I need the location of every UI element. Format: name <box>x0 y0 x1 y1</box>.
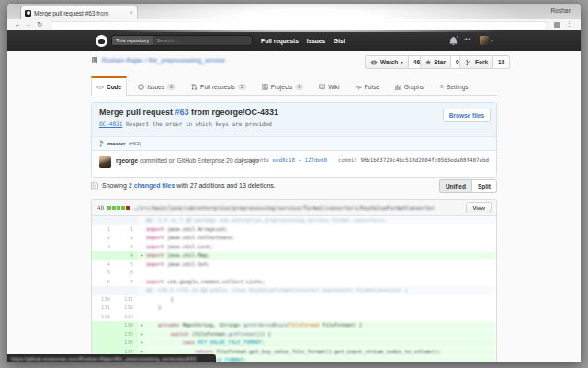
tab-projects[interactable]: Projects0 <box>257 76 309 95</box>
branch-name[interactable]: master <box>107 141 126 146</box>
tab-wiki[interactable]: Wiki <box>314 76 344 95</box>
code-token: } <box>146 296 174 302</box>
new-line-number[interactable]: 131 <box>115 295 138 305</box>
tab-pulse[interactable]: Pulse <box>351 76 384 95</box>
header-search[interactable]: This repository Search… <box>111 35 253 46</box>
changed-files-link[interactable]: 2 changed files <box>129 182 175 189</box>
user-avatar[interactable] <box>480 36 489 45</box>
browse-files-button[interactable]: Browse files <box>443 109 491 122</box>
old-line-number[interactable] <box>92 321 115 330</box>
diff-line-hunk: @@ -1,6 +1,7 @@ package com.enterprise.p… <box>92 216 496 225</box>
forward-icon[interactable]: → <box>25 20 32 29</box>
old-line-number[interactable]: 131 <box>92 304 115 313</box>
new-dropdown-icon[interactable]: +▾ <box>464 35 470 43</box>
new-line-number[interactable]: 1 <box>115 225 138 235</box>
header-nav-gist[interactable]: Gist <box>334 38 345 44</box>
old-line-number[interactable]: 1 <box>92 225 115 235</box>
star-button-group: ★ Star 0 <box>420 55 465 69</box>
tab-graphs[interactable]: Graphs <box>390 76 428 95</box>
new-line-number[interactable]: 3 <box>115 243 138 252</box>
diff-file-path[interactable]: …/src/main/java/com/enterprise/preproces… <box>133 205 436 211</box>
old-line-number[interactable] <box>92 251 115 260</box>
new-line-number[interactable]: 132 <box>115 304 138 313</box>
new-line-number[interactable] <box>115 216 138 225</box>
github-logo-icon[interactable] <box>96 35 107 47</box>
old-line-number[interactable] <box>92 286 115 295</box>
author-avatar[interactable] <box>99 156 111 168</box>
diff-marker: + <box>138 251 146 260</box>
browser-menu-icon[interactable]: ⋮ <box>566 20 572 28</box>
old-line-number[interactable]: 3 <box>92 243 115 252</box>
new-line-number[interactable]: 4 <box>115 251 138 260</box>
diff-marker <box>138 234 146 243</box>
new-line-number[interactable]: 135 <box>115 330 138 339</box>
header-nav-issues[interactable]: Issues <box>307 38 325 44</box>
diff-line-hunk: @@ -130,6 +131,19 @@ public class KeyVal… <box>92 286 496 295</box>
diffstat-blocks <box>107 206 130 210</box>
unified-button[interactable]: Unified <box>439 179 471 193</box>
new-line-number[interactable]: 133 <box>115 313 138 322</box>
old-line-number[interactable] <box>92 330 115 339</box>
diff-marker <box>138 243 146 252</box>
header-nav: Pull requestsIssuesGist <box>261 30 345 51</box>
tab-pull-requests[interactable]: Pull requests5 <box>187 76 251 95</box>
old-line-number[interactable]: 132 <box>92 313 115 322</box>
tab-issues[interactable]: Issues0 <box>133 76 180 95</box>
watch-button[interactable]: Watch ▾ <box>365 55 409 69</box>
diff-panel: 40 …/src/main/java/com/enterprise/prepro… <box>91 199 497 362</box>
old-line-number[interactable]: 6 <box>92 278 115 287</box>
view-file-button[interactable]: View <box>466 202 492 213</box>
code-token: import <box>146 235 164 240</box>
diff-code: @@ -1,6 +1,7 @@ package com.enterprise.p… <box>146 216 496 225</box>
new-line-number[interactable]: 6 <box>115 269 138 278</box>
old-line-number[interactable]: 4 <box>92 260 115 270</box>
address-bar[interactable] <box>50 21 548 29</box>
new-line-number[interactable]: 7 <box>115 278 138 287</box>
caret-down-icon: ▾ <box>401 60 403 65</box>
diff-code: import com.google.common.collect.Lists; <box>146 278 496 287</box>
diff-code: import java.util.Set; <box>146 260 496 270</box>
diff-code: import java.util.List; <box>146 243 496 252</box>
diff-code: private Map<String, String> getOrderedKe… <box>146 321 496 330</box>
new-line-number[interactable]: 136 <box>115 339 138 348</box>
old-line-number[interactable] <box>92 216 115 225</box>
star-button[interactable]: ★ Star <box>420 55 451 69</box>
search-input[interactable]: Search… <box>153 36 183 45</box>
parent1-sha-link[interactable]: eed8c18 <box>273 157 295 163</box>
fork-count[interactable]: 18 <box>493 55 510 69</box>
fork-button[interactable]: Fork <box>459 55 493 69</box>
pr-icon <box>191 84 198 90</box>
repo-tab-nav: </>CodeIssues0Pull requests5Projects0Wik… <box>91 76 497 96</box>
tab-code[interactable]: </>Code <box>91 76 127 96</box>
author-login[interactable]: rgeorge <box>116 157 138 164</box>
browser-tab[interactable]: Merge pull request #63 from × <box>20 6 138 19</box>
old-line-number[interactable]: 5 <box>92 269 115 278</box>
reload-icon[interactable]: ↻ <box>37 20 42 29</box>
split-button[interactable]: Split <box>471 179 497 193</box>
new-line-number[interactable] <box>115 286 138 295</box>
new-line-number[interactable]: 5 <box>115 260 138 270</box>
code-token: FileFormat <box>289 322 320 328</box>
header-nav-pull-requests[interactable]: Pull requests <box>261 38 299 44</box>
new-line-number[interactable]: 134 <box>115 321 138 330</box>
old-line-number[interactable]: 130 <box>92 295 115 305</box>
browser-profile-name[interactable]: Roshan <box>551 7 571 14</box>
diffstat-block-added <box>121 206 125 210</box>
tab-settings[interactable]: ⚙Settings <box>435 76 472 95</box>
pr-number-link[interactable]: #63 <box>175 108 189 117</box>
tab-close-icon[interactable]: × <box>130 10 133 16</box>
back-icon[interactable]: ← <box>14 20 21 29</box>
breadcrumb: Roshan-Rajan / fhir_preprocessing_servic… <box>91 56 225 64</box>
diff-marker <box>138 313 146 322</box>
diffstat-block-deleted <box>126 206 130 210</box>
issue-link[interactable]: OC-4831 <box>99 121 122 127</box>
repo-breadcrumb-link[interactable]: Roshan-Rajan / fhir_preprocessing_servic… <box>102 57 225 63</box>
user-menu-caret-icon[interactable]: ▾ <box>491 38 493 43</box>
diff-code: } <box>146 295 496 305</box>
parent2-sha-link[interactable]: 127de60 <box>305 157 327 163</box>
tab-count: 0 <box>295 84 303 90</box>
old-line-number[interactable] <box>92 339 115 348</box>
old-line-number[interactable]: 2 <box>92 234 115 243</box>
new-line-number[interactable]: 2 <box>115 234 138 243</box>
extension-icon[interactable] <box>554 22 560 28</box>
